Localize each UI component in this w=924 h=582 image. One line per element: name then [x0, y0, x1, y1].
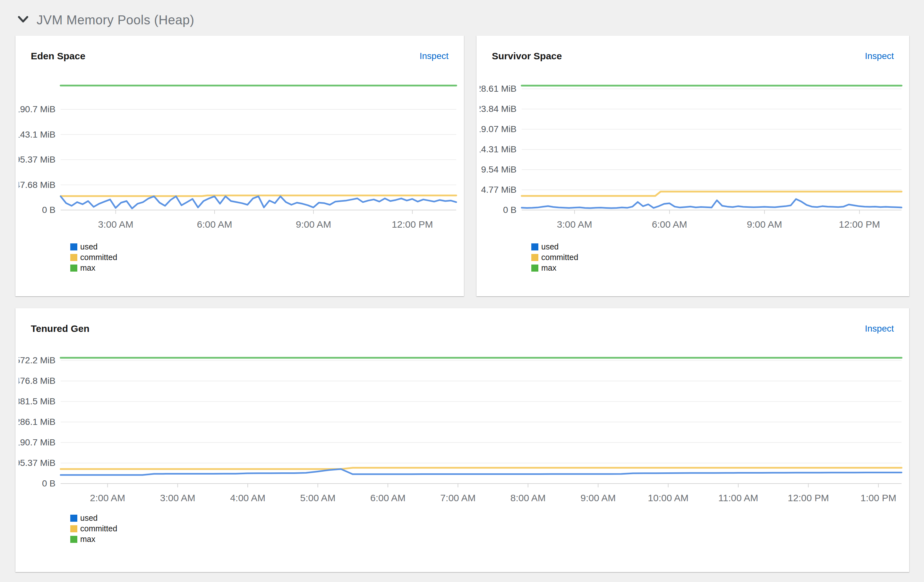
- svg-text:2:00 AM: 2:00 AM: [90, 493, 125, 503]
- svg-text:19.07 MiB: 19.07 MiB: [480, 124, 516, 134]
- svg-text:6:00 AM: 6:00 AM: [197, 219, 232, 230]
- svg-text:10:00 AM: 10:00 AM: [648, 493, 688, 503]
- svg-text:143.1 MiB: 143.1 MiB: [18, 130, 56, 140]
- svg-text:0 B: 0 B: [42, 205, 56, 215]
- used-swatch: [70, 243, 78, 250]
- legend-label: max: [541, 263, 556, 273]
- eden-space-chart-canvas: 0 B47.68 MiB95.37 MiB143.1 MiB190.7 MiB3…: [18, 81, 461, 232]
- svg-text:47.68 MiB: 47.68 MiB: [18, 180, 56, 190]
- panel-title: Tenured Gen: [31, 322, 89, 335]
- svg-text:12:00 PM: 12:00 PM: [788, 493, 829, 503]
- max-swatch: [531, 265, 538, 271]
- svg-text:3:00 AM: 3:00 AM: [160, 493, 195, 503]
- legend-item-committed[interactable]: committed: [70, 252, 464, 263]
- svg-text:23.84 MiB: 23.84 MiB: [480, 104, 516, 114]
- section-header: JVM Memory Pools (Heap): [0, 0, 924, 36]
- used-swatch: [70, 515, 78, 522]
- legend-item-committed[interactable]: committed: [531, 252, 909, 263]
- legend-label: committed: [541, 253, 578, 262]
- svg-text:28.61 MiB: 28.61 MiB: [480, 84, 516, 94]
- chart-legend: used committed max: [70, 242, 464, 273]
- svg-text:3:00 AM: 3:00 AM: [98, 219, 134, 230]
- section-title: JVM Memory Pools (Heap): [36, 13, 195, 27]
- panel-header: Survivor Space Inspect: [477, 36, 909, 62]
- svg-text:286.1 MiB: 286.1 MiB: [18, 417, 56, 427]
- svg-text:190.7 MiB: 190.7 MiB: [18, 104, 56, 114]
- svg-text:14.31 MiB: 14.31 MiB: [480, 144, 516, 154]
- legend-item-used[interactable]: used: [531, 242, 909, 252]
- tenured-gen-chart-canvas: 0 B95.37 MiB190.7 MiB286.1 MiB381.5 MiB4…: [18, 353, 906, 507]
- svg-text:0 B: 0 B: [42, 478, 56, 488]
- legend-label: used: [541, 242, 559, 252]
- dashboard-page: JVM Memory Pools (Heap) Eden Space Inspe…: [0, 0, 924, 582]
- chart-legend: used committed max: [70, 513, 909, 544]
- survivor-space-chart-canvas: 0 B4.77 MiB9.54 MiB14.31 MiB19.07 MiB23.…: [480, 81, 906, 232]
- inspect-link[interactable]: Inspect: [865, 322, 894, 335]
- svg-text:95.37 MiB: 95.37 MiB: [18, 458, 56, 468]
- max-swatch: [70, 536, 78, 543]
- svg-text:9:00 AM: 9:00 AM: [581, 493, 615, 503]
- panel-header: Tenured Gen Inspect: [15, 308, 909, 335]
- panel-card-survivor-space: Survivor Space Inspect 0 B4.77 MiB9.54 M…: [477, 36, 909, 296]
- svg-text:190.7 MiB: 190.7 MiB: [18, 437, 56, 447]
- svg-text:4.77 MiB: 4.77 MiB: [481, 185, 517, 195]
- legend-label: used: [80, 242, 97, 252]
- panel-title: Survivor Space: [492, 50, 562, 62]
- legend-item-max[interactable]: max: [531, 263, 909, 273]
- svg-text:3:00 AM: 3:00 AM: [557, 219, 592, 230]
- legend-label: committed: [80, 524, 117, 533]
- used-swatch: [531, 243, 538, 250]
- committed-swatch: [531, 254, 538, 261]
- svg-text:6:00 AM: 6:00 AM: [370, 493, 406, 503]
- svg-text:5:00 AM: 5:00 AM: [300, 493, 336, 503]
- svg-text:95.37 MiB: 95.37 MiB: [18, 155, 56, 164]
- committed-swatch: [70, 525, 78, 532]
- max-swatch: [70, 265, 78, 271]
- svg-text:9.54 MiB: 9.54 MiB: [481, 164, 517, 174]
- panels-row-top: Eden Space Inspect 0 B47.68 MiB95.37 MiB…: [15, 36, 909, 296]
- legend-item-max[interactable]: max: [70, 534, 909, 544]
- panel-header: Eden Space Inspect: [15, 36, 464, 62]
- svg-text:11:00 AM: 11:00 AM: [718, 493, 759, 503]
- svg-text:476.8 MiB: 476.8 MiB: [18, 376, 56, 386]
- svg-text:572.2 MiB: 572.2 MiB: [18, 355, 56, 365]
- svg-text:0 B: 0 B: [503, 205, 516, 215]
- svg-text:6:00 AM: 6:00 AM: [652, 219, 687, 230]
- legend-label: used: [80, 513, 97, 523]
- legend-item-max[interactable]: max: [70, 263, 464, 273]
- svg-text:1:00 PM: 1:00 PM: [860, 493, 896, 503]
- panel-card-tenured-gen: Tenured Gen Inspect 0 B95.37 MiB190.7 Mi…: [15, 308, 909, 572]
- section-collapse-button[interactable]: [18, 16, 28, 24]
- legend-label: max: [80, 263, 95, 273]
- svg-text:12:00 PM: 12:00 PM: [392, 219, 433, 230]
- legend-item-committed[interactable]: committed: [70, 523, 909, 534]
- panel-card-eden-space: Eden Space Inspect 0 B47.68 MiB95.37 MiB…: [15, 36, 464, 296]
- svg-text:4:00 AM: 4:00 AM: [230, 493, 265, 503]
- legend-label: committed: [80, 253, 117, 262]
- svg-text:9:00 AM: 9:00 AM: [747, 219, 782, 230]
- svg-text:7:00 AM: 7:00 AM: [440, 493, 475, 503]
- legend-item-used[interactable]: used: [70, 242, 464, 252]
- chart-legend: used committed max: [531, 242, 909, 273]
- svg-text:9:00 AM: 9:00 AM: [296, 219, 331, 230]
- inspect-link[interactable]: Inspect: [420, 50, 449, 62]
- svg-text:381.5 MiB: 381.5 MiB: [18, 396, 56, 406]
- committed-swatch: [70, 254, 78, 261]
- panel-title: Eden Space: [31, 50, 85, 62]
- svg-text:12:00 PM: 12:00 PM: [839, 219, 880, 230]
- chevron-down-icon: [18, 16, 28, 24]
- legend-label: max: [80, 534, 95, 544]
- legend-item-used[interactable]: used: [70, 513, 909, 523]
- svg-text:8:00 AM: 8:00 AM: [510, 493, 546, 503]
- inspect-link[interactable]: Inspect: [865, 50, 894, 62]
